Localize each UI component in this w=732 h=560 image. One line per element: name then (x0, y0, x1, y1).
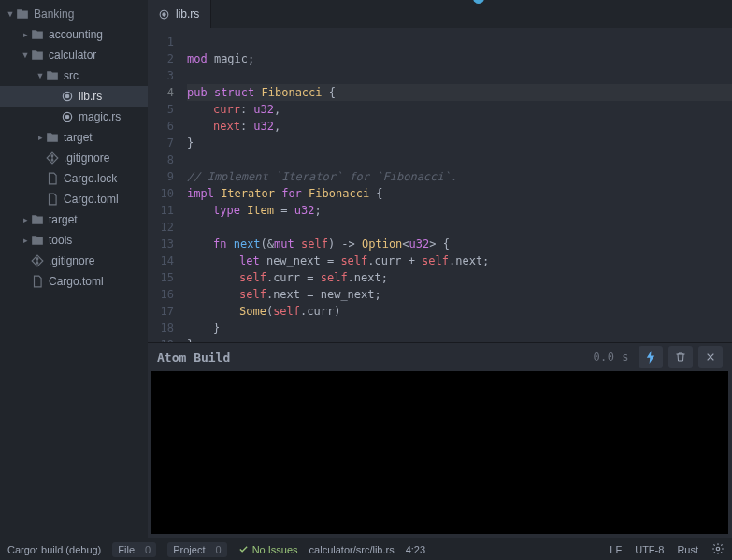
build-title: Atom Build (157, 351, 593, 365)
folder-icon (45, 68, 60, 83)
svg-point-1 (65, 94, 69, 98)
activity-indicator-icon (473, 0, 484, 9)
code-line[interactable]: let new_next = self.curr + self.next; (187, 252, 732, 269)
code-line[interactable]: // Implement `Iterator` for `Fibonacci`. (187, 168, 732, 185)
code-line[interactable] (187, 219, 732, 236)
chevron-right-icon: ▸ (21, 215, 30, 224)
tree-item-Cargo-toml[interactable]: Cargo.toml (0, 189, 148, 209)
folder-icon (15, 7, 30, 22)
tree-item-tools[interactable]: ▸tools (0, 230, 148, 251)
code-line[interactable]: impl Iterator for Fibonacci { (187, 185, 732, 202)
tree-item-label: calculator (49, 49, 96, 62)
editor-pane: lib.rs 12345678910111213141516171819 mod… (148, 0, 732, 538)
status-bar: Cargo: build (debug) File 0 Project 0 No… (0, 538, 732, 560)
tree-root-label: Banking (34, 7, 74, 21)
code-line[interactable]: self.next = new_next; (187, 286, 732, 303)
rust-icon (60, 89, 75, 104)
tree-item-label: target (64, 131, 93, 144)
line-gutter: 12345678910111213141516171819 (148, 28, 181, 342)
code-editor[interactable]: 12345678910111213141516171819 mod magic;… (148, 28, 732, 342)
folder-icon (30, 27, 45, 42)
tree-item-label: Cargo.toml (64, 193, 119, 206)
status-eol[interactable]: LF (610, 544, 622, 555)
file-icon (45, 171, 60, 186)
tree-item-target[interactable]: ▸target (0, 127, 148, 148)
folder-icon (30, 212, 45, 227)
chevron-down-icon: ▼ (6, 9, 15, 19)
status-project-issues[interactable]: Project 0 (167, 542, 226, 557)
tree-item-label: tools (49, 234, 72, 247)
build-close-button[interactable] (698, 346, 723, 368)
code-line[interactable]: curr: u32, (187, 101, 732, 118)
tree-item-label: target (49, 213, 78, 226)
code-line[interactable]: fn next(&mut self) -> Option<u32> { (187, 236, 732, 252)
tab-bar[interactable]: lib.rs (148, 0, 732, 28)
status-cursor[interactable]: 4:23 (406, 544, 425, 555)
chevron-down-icon: ▼ (36, 71, 45, 80)
settings-icon[interactable] (711, 542, 725, 557)
status-task[interactable]: Cargo: build (debug) (7, 544, 101, 555)
status-issues[interactable]: No Issues (238, 544, 298, 555)
svg-point-9 (162, 12, 165, 15)
build-elapsed: 0.0 s (593, 351, 629, 364)
rust-file-icon (157, 7, 170, 21)
build-run-button[interactable] (639, 346, 663, 368)
code-line[interactable] (187, 34, 732, 50)
tree-item-lib-rs[interactable]: lib.rs (0, 86, 148, 107)
status-file-issues[interactable]: File 0 (112, 542, 156, 557)
file-icon (30, 274, 45, 289)
tree-item-magic-rs[interactable]: magic.rs (0, 107, 148, 127)
check-icon (238, 544, 249, 554)
code-line[interactable]: } (187, 320, 732, 337)
tree-item--gitignore[interactable]: .gitignore (0, 148, 148, 168)
code-line[interactable] (187, 67, 732, 84)
svg-point-10 (716, 547, 720, 551)
code-line[interactable]: } (187, 337, 732, 342)
chevron-down-icon: ▼ (21, 50, 30, 60)
tree-item-Cargo-toml[interactable]: Cargo.toml (0, 271, 148, 292)
tab-lib-rs[interactable]: lib.rs (148, 0, 211, 28)
tree-item-label: Cargo.toml (49, 275, 104, 288)
code-content[interactable]: mod magic; pub struct Fibonacci {curr: u… (181, 28, 732, 342)
tree-item-Cargo-lock[interactable]: Cargo.lock (0, 168, 148, 189)
build-panel: Atom Build 0.0 s (148, 342, 732, 538)
chevron-right-icon: ▸ (21, 236, 30, 245)
folder-icon (45, 130, 60, 145)
tree-item-label: Cargo.lock (64, 172, 117, 185)
build-clear-button[interactable] (668, 346, 693, 368)
rust-icon (60, 109, 75, 124)
build-output[interactable] (151, 371, 728, 534)
tree-item--gitignore[interactable]: .gitignore (0, 251, 148, 271)
file-tree[interactable]: ▼ Banking ▸accounting▼calculator▼srclib.… (0, 0, 148, 538)
tree-item-label: magic.rs (79, 110, 121, 123)
tree-item-calculator[interactable]: ▼calculator (0, 45, 148, 65)
code-line[interactable]: pub struct Fibonacci { (187, 84, 732, 101)
tree-item-label: lib.rs (79, 90, 102, 103)
folder-icon (30, 233, 45, 248)
tree-item-label: src (64, 69, 79, 82)
file-icon (45, 192, 60, 207)
tree-item-src[interactable]: ▼src (0, 65, 148, 86)
code-line[interactable]: type Item = u32; (187, 202, 732, 219)
folder-icon (30, 48, 45, 63)
tree-item-accounting[interactable]: ▸accounting (0, 24, 148, 45)
chevron-right-icon: ▸ (21, 30, 30, 39)
code-line[interactable]: } (187, 135, 732, 151)
tree-item-label: .gitignore (49, 254, 94, 267)
chevron-right-icon: ▸ (36, 133, 45, 142)
code-line[interactable]: Some(self.curr) (187, 303, 732, 320)
code-line[interactable]: mod magic; (187, 50, 732, 67)
git-icon (45, 151, 60, 165)
status-language[interactable]: Rust (677, 544, 698, 555)
status-path[interactable]: calculator/src/lib.rs (309, 544, 395, 555)
tab-label: lib.rs (176, 7, 199, 21)
svg-point-3 (65, 115, 69, 119)
code-line[interactable]: next: u32, (187, 118, 732, 135)
git-icon (30, 253, 45, 268)
tree-item-target[interactable]: ▸target (0, 209, 148, 230)
tree-item-label: accounting (49, 28, 103, 41)
code-line[interactable]: self.curr = self.next; (187, 269, 732, 286)
tree-root[interactable]: ▼ Banking (0, 4, 148, 24)
status-encoding[interactable]: UTF-8 (635, 544, 664, 555)
code-line[interactable] (187, 151, 732, 168)
